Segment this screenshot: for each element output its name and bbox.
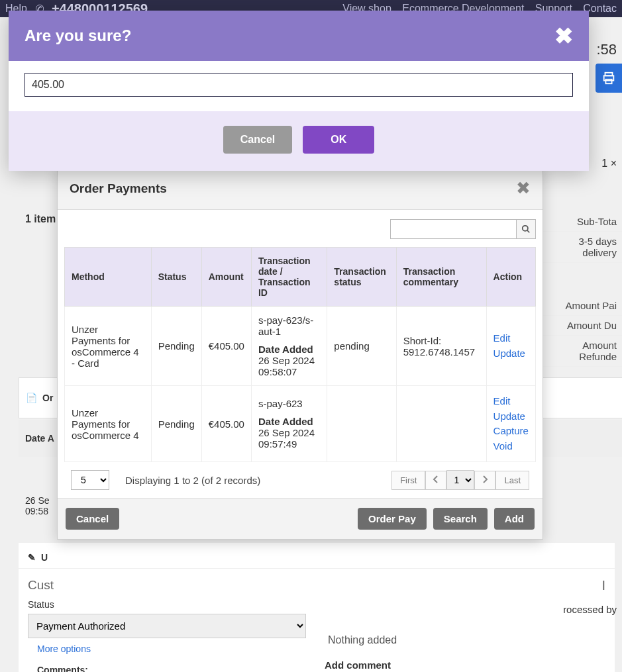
cell-amount: €405.00 (201, 307, 251, 386)
chevron-right-icon (482, 475, 488, 483)
cell-commentary: Short-Id: 5912.6748.1457 (396, 307, 486, 386)
chevron-left-icon (433, 475, 439, 483)
table-row: Unzer Payments for osCommerce 4 Pending … (65, 386, 536, 462)
page-size-select[interactable]: 5 (71, 470, 109, 490)
action-edit[interactable]: Edit (493, 331, 529, 346)
cell-txstatus: pending (327, 307, 396, 386)
col-txid[interactable]: Transaction date / Transaction ID (251, 248, 327, 307)
bg-amount-refunded: Amount Refunde (543, 336, 622, 367)
bg-qty-x: 1 × (601, 158, 617, 169)
confirm-close-icon[interactable]: ✖ (554, 23, 573, 49)
print-button[interactable] (596, 64, 622, 93)
bg-amount-paid: Amount Pai (543, 296, 622, 316)
action-capture[interactable]: Capture (493, 424, 529, 439)
confirm-amount-input[interactable] (25, 73, 573, 97)
cell-amount: €405.00 (201, 386, 251, 462)
search-icon (521, 224, 531, 234)
pager-next[interactable] (474, 471, 495, 490)
pager-page-select[interactable]: 1 (446, 470, 474, 490)
order-payments-search-action-button[interactable]: Search (433, 508, 488, 530)
bg-add-comment-label: Add comment (325, 659, 391, 671)
cell-commentary (396, 386, 486, 462)
bg-items-count: 1 item (25, 213, 56, 225)
cell-status: Pending (151, 307, 201, 386)
pager: First 1 Last (391, 470, 529, 490)
confirm-dialog: Are you sure? ✖ Cancel OK (9, 11, 589, 171)
confirm-ok-button[interactable]: OK (303, 126, 374, 154)
cell-txid: s-pay-623/s-aut-1 Date Added 26 Sep 2024… (251, 307, 327, 386)
svg-point-3 (523, 226, 528, 231)
status-select[interactable]: Payment Authorized (28, 614, 306, 638)
order-payments-cancel-button[interactable]: Cancel (66, 508, 119, 530)
col-method[interactable]: Method (65, 248, 152, 307)
bg-header-time: :58 (596, 41, 617, 58)
bg-status-panel: ✎ U Cust Status Payment Authorized More … (19, 543, 615, 672)
order-payments-title: Order Payments (70, 181, 167, 196)
col-amount[interactable]: Amount (201, 248, 251, 307)
pager-prev[interactable] (425, 471, 446, 490)
cell-method: Unzer Payments for osCommerce 4 (65, 386, 152, 462)
col-txstatus[interactable]: Transaction status (327, 248, 396, 307)
more-options-link[interactable]: More options (28, 638, 306, 659)
confirm-cancel-button[interactable]: Cancel (223, 126, 292, 154)
bg-order-history-date: 26 Se 09:58 (19, 486, 56, 526)
confirm-title: Are you sure? (25, 26, 131, 45)
action-edit[interactable]: Edit (493, 394, 529, 409)
order-payments-close-icon[interactable]: ✖ (516, 178, 531, 199)
cell-txid: s-pay-623 Date Added 26 Sep 2024 09:57:4… (251, 386, 327, 462)
col-action[interactable]: Action (486, 248, 535, 307)
cell-status: Pending (151, 386, 201, 462)
action-void[interactable]: Void (493, 439, 529, 454)
pager-last[interactable]: Last (495, 471, 529, 490)
col-status[interactable]: Status (151, 248, 201, 307)
action-update[interactable]: Update (493, 346, 529, 361)
order-payments-search-input[interactable] (390, 219, 516, 239)
bg-i-label: I (601, 578, 605, 593)
bg-processed-by: rocessed by (563, 604, 617, 615)
bg-nothing-added: Nothing added (328, 634, 397, 646)
bg-customer-label: Cust (28, 578, 306, 593)
comments-label: Comments: (28, 659, 306, 672)
cell-txstatus (327, 386, 396, 462)
cell-actions: Edit Update Capture Void (486, 386, 535, 462)
order-payments-table: Method Status Amount Transaction date / … (64, 247, 536, 462)
pager-first[interactable]: First (391, 471, 425, 490)
bg-amount-due: Amount Du (543, 316, 622, 336)
order-payments-dialog: Order Payments ✖ Method Status Amount Tr… (57, 167, 543, 540)
cell-actions: Edit Update (486, 307, 535, 386)
col-commentary[interactable]: Transaction commentary (396, 248, 486, 307)
bg-subtotal: Sub-Tota (543, 212, 622, 232)
bg-u-label: U (41, 552, 48, 563)
svg-line-4 (527, 230, 530, 233)
bg-status-label: Status (28, 599, 306, 610)
cell-method: Unzer Payments for osCommerce 4 - Card (65, 307, 152, 386)
order-payments-search-button[interactable] (516, 219, 536, 239)
order-payments-add-button[interactable]: Add (494, 508, 535, 530)
displaying-text: Displaying 1 to 2 (of 2 records) (125, 475, 260, 486)
bg-totals-column: Sub-Tota 3-5 days delivery Amount Pai Am… (543, 212, 622, 367)
print-icon (601, 71, 616, 85)
order-pay-button[interactable]: Order Pay (358, 508, 427, 530)
bg-delivery: 3-5 days delivery (543, 232, 622, 263)
action-update[interactable]: Update (493, 409, 529, 424)
table-row: Unzer Payments for osCommerce 4 - Card P… (65, 307, 536, 386)
